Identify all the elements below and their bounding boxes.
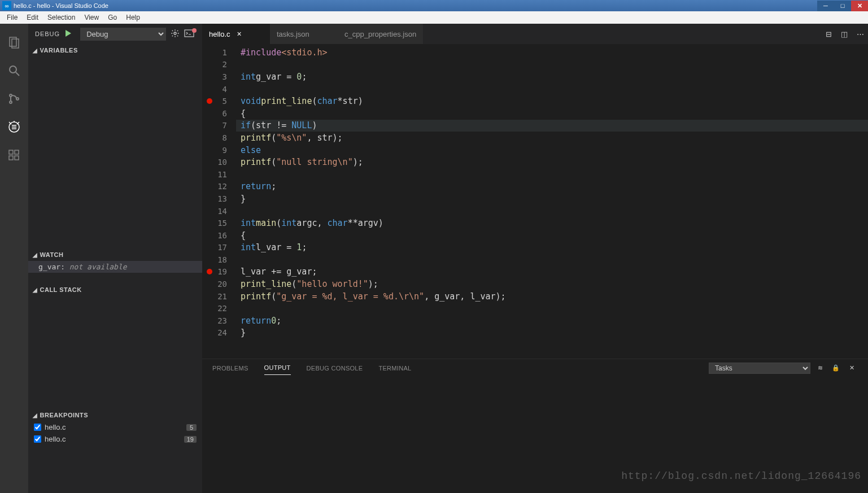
source-control-icon[interactable]	[0, 85, 28, 113]
code-line[interactable]: void print_line(char *str)	[236, 95, 868, 107]
line-number[interactable]: 10	[202, 156, 236, 168]
code-line[interactable]: printf("%s\n", str);	[236, 132, 868, 144]
watch-section-header[interactable]: ◢WATCH	[28, 248, 202, 261]
line-number[interactable]: 17	[202, 242, 236, 254]
problems-tab[interactable]: PROBLEMS	[212, 361, 248, 375]
debug-console-icon[interactable]	[184, 29, 195, 38]
line-number[interactable]: 14	[202, 205, 236, 217]
watch-item[interactable]: g_var: not available	[28, 261, 202, 273]
line-number[interactable]: 24	[202, 327, 236, 339]
code-line[interactable]	[236, 302, 868, 315]
code-line[interactable]	[236, 168, 868, 181]
menu-bar: FileEditSelectionViewGoHelp	[0, 11, 868, 24]
line-number[interactable]: 13	[202, 193, 236, 205]
line-gutter[interactable]: 123456789101112131415161718192021222324	[202, 44, 236, 359]
code-line[interactable]: else	[236, 144, 868, 156]
code-line[interactable]: printf("null string\n");	[236, 156, 868, 168]
app-icon: ∞	[2, 1, 11, 10]
breakpoints-section-header[interactable]: ◢BREAKPOINTS	[28, 409, 202, 421]
code-line[interactable]	[236, 205, 868, 217]
code-line[interactable]: return;	[236, 181, 868, 193]
close-tab-icon[interactable]: ×	[237, 29, 242, 38]
output-tab[interactable]: OUTPUT	[264, 361, 291, 375]
debug-console-tab[interactable]: DEBUG CONSOLE	[307, 361, 363, 375]
code-line[interactable]: #include <stdio.h>	[236, 46, 868, 59]
close-panel-icon[interactable]: ✕	[845, 364, 858, 372]
editor-tab[interactable]: c_cpp_properties.json	[338, 24, 423, 44]
menu-selection[interactable]: Selection	[43, 12, 80, 23]
code-line[interactable]: {	[236, 107, 868, 120]
code-line[interactable]: {	[236, 229, 868, 242]
svg-marker-15	[66, 30, 71, 37]
line-number[interactable]: 6	[202, 107, 236, 120]
breakpoint-icon[interactable]	[207, 269, 212, 274]
breakpoint-row[interactable]: hello.c19	[28, 433, 202, 445]
breakpoint-checkbox[interactable]	[34, 424, 41, 431]
gear-icon[interactable]	[171, 29, 181, 39]
line-number[interactable]: 18	[202, 254, 236, 266]
line-number[interactable]: 4	[202, 83, 236, 95]
line-number[interactable]: 15	[202, 217, 236, 229]
code-line[interactable]: int g_var = 0;	[236, 71, 868, 83]
code-line[interactable]: if (str != NULL)	[236, 120, 868, 132]
window-maximize-button[interactable]: □	[834, 1, 851, 11]
menu-help[interactable]: Help	[121, 12, 145, 23]
code-line[interactable]: printf("g_var = %d, l_var = %d.\r\n", g_…	[236, 290, 868, 303]
line-number[interactable]: 19	[202, 266, 236, 278]
explorer-icon[interactable]	[0, 28, 28, 56]
line-number[interactable]: 3	[202, 71, 236, 83]
svg-point-2	[10, 66, 16, 73]
clear-output-icon[interactable]: ≋	[814, 364, 826, 372]
line-number[interactable]: 21	[202, 290, 236, 303]
code-line[interactable]: print_line("hello world!");	[236, 278, 868, 290]
line-number[interactable]: 7	[202, 120, 236, 132]
code-line[interactable]: l_var += g_var;	[236, 266, 868, 278]
breakpoint-icon[interactable]	[207, 98, 212, 104]
menu-go[interactable]: Go	[103, 12, 121, 23]
menu-file[interactable]: File	[2, 12, 22, 23]
code-line[interactable]: }	[236, 327, 868, 339]
editor-tab[interactable]: tasks.json	[270, 24, 338, 44]
line-number[interactable]: 23	[202, 315, 236, 327]
terminal-tab[interactable]: TERMINAL	[378, 361, 411, 375]
compare-icon[interactable]: ⊟	[821, 24, 836, 44]
code-line[interactable]	[236, 254, 868, 266]
line-number[interactable]: 5	[202, 95, 236, 107]
lock-scroll-icon[interactable]: 🔒	[830, 364, 842, 372]
line-number[interactable]: 1	[202, 46, 236, 59]
output-channel-select[interactable]: Tasks	[709, 363, 810, 374]
search-icon[interactable]	[0, 56, 28, 85]
breakpoint-row[interactable]: hello.c5	[28, 421, 202, 433]
code-line[interactable]	[236, 83, 868, 95]
menu-view[interactable]: View	[80, 12, 103, 23]
line-number[interactable]: 20	[202, 278, 236, 290]
code-line[interactable]: int l_var = 1;	[236, 242, 868, 254]
breakpoint-checkbox[interactable]	[34, 435, 41, 443]
line-number[interactable]: 9	[202, 144, 236, 156]
editor-tab[interactable]: hello.c×	[202, 24, 270, 44]
line-number[interactable]: 2	[202, 59, 236, 71]
line-number[interactable]: 16	[202, 229, 236, 242]
line-number[interactable]: 11	[202, 168, 236, 181]
debug-config-select[interactable]: Debug	[80, 28, 166, 41]
window-close-button[interactable]: ✕	[851, 1, 868, 11]
line-number[interactable]: 22	[202, 302, 236, 315]
line-number[interactable]: 8	[202, 132, 236, 144]
start-debug-button[interactable]	[64, 29, 76, 38]
window-minimize-button[interactable]: ─	[817, 1, 834, 11]
output-panel[interactable]	[202, 377, 868, 493]
code-line[interactable]: int main (int argc, char **argv)	[236, 217, 868, 229]
code-editor[interactable]: 123456789101112131415161718192021222324 …	[202, 44, 868, 359]
code-line[interactable]: }	[236, 193, 868, 205]
debug-icon[interactable]	[0, 113, 28, 141]
code-content[interactable]: #include <stdio.h>int g_var = 0;void pri…	[236, 44, 868, 359]
line-number[interactable]: 12	[202, 181, 236, 193]
code-line[interactable]	[236, 59, 868, 71]
menu-edit[interactable]: Edit	[22, 12, 43, 23]
variables-section-header[interactable]: ◢VARIABLES	[28, 44, 202, 56]
more-icon[interactable]: ⋯	[852, 24, 868, 44]
split-editor-icon[interactable]: ◫	[836, 24, 852, 44]
callstack-section-header[interactable]: ◢CALL STACK	[28, 283, 202, 296]
extensions-icon[interactable]	[0, 141, 28, 169]
code-line[interactable]: return 0;	[236, 315, 868, 327]
